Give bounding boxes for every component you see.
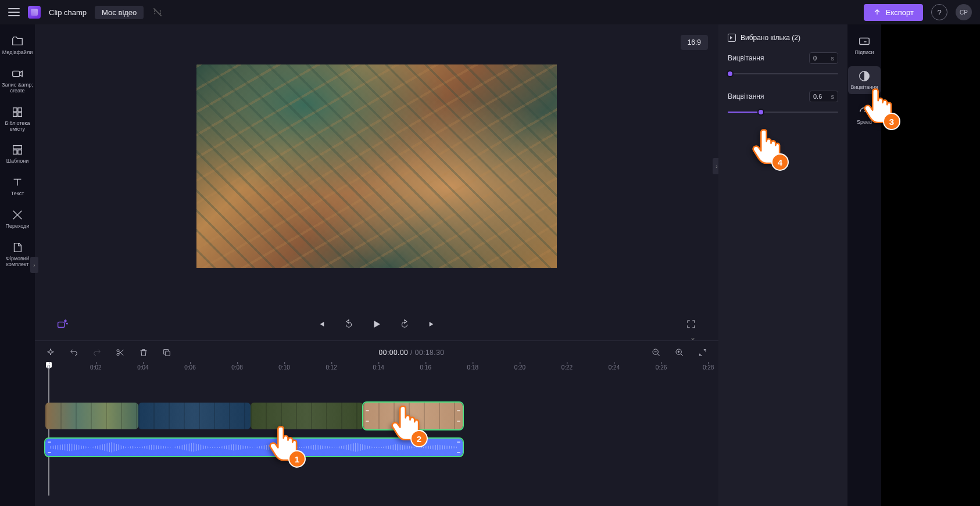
captions-icon [858,35,871,48]
aspect-ratio-button[interactable]: 16:9 [681,35,708,50]
fade-in-input[interactable]: 0 s [809,52,838,64]
left-sidebar: Медіафайли Запис &amp; create Бібліотека… [0,24,35,506]
slider-thumb[interactable] [727,70,734,77]
upload-icon [873,8,881,16]
fade-out-label: Вицвітання [728,92,764,101]
fade-out-input[interactable]: 0.6 s [809,91,838,102]
menu-button[interactable] [8,8,20,16]
text-icon [11,176,24,189]
svg-rect-7 [18,150,22,154]
player-controls: ⌄ [35,308,718,340]
tab-speed[interactable]: Speed [848,101,881,129]
clip-trim-right[interactable] [457,442,460,453]
audio-clip-selected[interactable] [45,439,463,456]
preview-area: 16:9 › [35,24,718,308]
user-avatar[interactable]: CP [956,4,972,20]
app-logo-icon [28,6,41,19]
properties-panel: Вибрано кілька (2) Вицвітання 0 s [718,24,847,506]
video-preview[interactable] [196,64,557,268]
svg-rect-0 [13,71,20,76]
timeline-collapse-button[interactable]: ⌄ [685,333,701,342]
fade-in-slider[interactable] [728,70,838,78]
camera-icon [11,67,24,80]
svg-rect-11 [165,351,170,356]
skip-start-button[interactable] [314,318,327,331]
fade-in-label: Вицвітання [728,54,764,62]
forward-button[interactable] [398,318,411,331]
svg-rect-4 [18,113,22,116]
app-header: Clip champ Моє відео Експорт ? CP [0,0,980,24]
sidebar-item-library[interactable]: Бібліотека вмісту [1,102,34,136]
sidebar-item-templates[interactable]: Шаблони [1,140,34,168]
folder-icon [11,35,24,48]
svg-rect-3 [13,113,17,116]
speed-icon [858,105,871,117]
sidebar-item-text[interactable]: Текст [1,173,34,200]
sidebar-item-brandkit[interactable]: Фірмовий комплект [1,238,34,271]
video-track[interactable] [45,401,708,430]
export-button[interactable]: Експорт [864,4,923,21]
svg-rect-2 [18,107,22,111]
zoom-in-button[interactable] [674,347,685,358]
tutorial-pointer-4: 4 [750,128,781,166]
transitions-icon [11,209,24,221]
tab-fade[interactable]: Вицвітання [848,66,881,94]
duplicate-button[interactable] [162,347,172,358]
video-clip-1[interactable] [45,403,138,429]
auto-compose-button[interactable] [45,347,56,358]
magic-tools-button[interactable] [56,318,69,331]
svg-rect-8 [58,322,65,327]
total-time: 00:18.30 [415,349,445,357]
sidebar-item-record[interactable]: Запис &amp; create [1,64,34,98]
slider-thumb[interactable] [757,109,764,116]
sync-status-icon [152,6,163,18]
skip-end-button[interactable] [426,318,439,331]
zoom-fit-button[interactable] [698,347,708,358]
svg-rect-1 [13,107,17,111]
timeline: 00:00.00 / 00:18.30 0 0:02 0:04 0:06 0:0… [35,340,718,506]
current-time: 00:00.00 [379,349,409,357]
video-clip-4-selected[interactable] [363,403,463,429]
split-button[interactable] [115,347,126,358]
fade-out-group: Вицвітання 0.6 s [728,91,838,116]
library-icon [11,106,24,119]
audio-track[interactable] [45,434,708,457]
fullscreen-button[interactable] [685,318,698,331]
rewind-button[interactable] [342,318,355,331]
svg-rect-6 [13,150,17,154]
svg-rect-14 [860,38,870,45]
selection-indicator: Вибрано кілька (2) [728,34,838,42]
project-title[interactable]: Моє відео [95,6,144,19]
sidebar-item-transitions[interactable]: Переходи [1,205,34,233]
timeline-timecode: 00:00.00 / 00:18.30 [379,349,445,357]
clip-trim-right[interactable] [457,410,460,422]
play-button[interactable] [370,318,383,331]
clip-trim-left[interactable] [366,410,369,422]
right-sidebar: Підписи Вицвітання Speed 3 [847,24,881,506]
tab-captions[interactable]: Підписи [848,31,881,59]
export-label: Експорт [886,8,914,17]
timeline-ruler[interactable]: 0 0:02 0:04 0:06 0:08 0:10 0:12 0:14 0:1… [45,364,718,378]
app-name: Clip champ [49,8,87,17]
fade-in-group: Вицвітання 0 s [728,52,838,78]
delete-button[interactable] [138,347,149,358]
fade-icon [858,70,871,82]
video-clip-3[interactable] [251,403,363,429]
redo-button[interactable] [92,347,102,358]
fade-out-slider[interactable] [728,108,838,116]
templates-icon [11,143,24,156]
undo-button[interactable] [69,347,79,358]
brandkit-icon [11,241,24,254]
help-button[interactable]: ? [931,4,947,20]
clip-trim-left[interactable] [48,442,51,453]
svg-rect-5 [13,146,22,149]
timeline-toolbar: 00:00.00 / 00:18.30 [35,341,718,364]
zoom-out-button[interactable] [651,347,661,358]
video-clip-2[interactable] [138,403,251,429]
video-chip-icon [728,34,736,42]
blank-area [881,24,980,506]
sidebar-item-media[interactable]: Медіафайли [1,31,34,59]
